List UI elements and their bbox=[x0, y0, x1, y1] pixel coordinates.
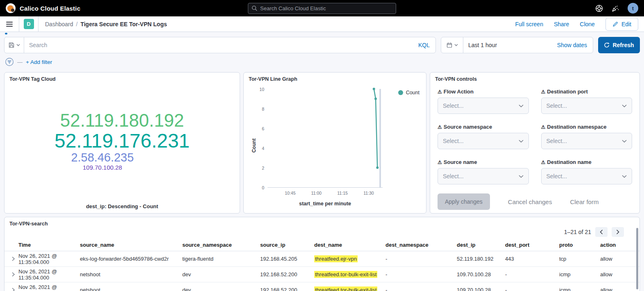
col-dest-name[interactable]: dest_name bbox=[314, 242, 385, 248]
pagination-count: 1–21 of 21 bbox=[564, 229, 591, 235]
col-dest-ip[interactable]: dest_ip bbox=[457, 242, 505, 248]
breadcrumb-dashboard[interactable]: Dashboard bbox=[45, 21, 73, 27]
warning-icon: ⚠ bbox=[438, 89, 442, 95]
app-title: Calico Cloud Elastic bbox=[20, 5, 80, 12]
cell-dest-name: threatfeed.ejr-vpn bbox=[314, 256, 385, 262]
destination-port-select[interactable]: Select... bbox=[541, 98, 633, 114]
cell-dest-name: threatfeed.tor-bulk-exit-list bbox=[314, 271, 385, 277]
count-line-series bbox=[268, 89, 383, 187]
time-range-value[interactable]: Last 1 hour bbox=[463, 42, 557, 48]
control-label: Destination name bbox=[547, 159, 591, 165]
tag-ip-1[interactable]: 52.119.180.192 bbox=[60, 111, 184, 130]
refresh-icon bbox=[604, 42, 610, 48]
next-page-button[interactable] bbox=[612, 227, 624, 237]
user-avatar[interactable]: t bbox=[628, 3, 638, 14]
global-search[interactable] bbox=[248, 3, 396, 14]
cell-dest-namespace: - bbox=[385, 287, 457, 291]
clear-form-button[interactable]: Clear form bbox=[570, 198, 599, 205]
cell-action: allow bbox=[600, 256, 639, 262]
saved-query-menu-button[interactable] bbox=[5, 37, 24, 53]
filter-menu-icon[interactable] bbox=[5, 57, 14, 66]
controls-panel: Tor-VPN controls ⚠Flow Action Select... … bbox=[430, 72, 640, 214]
chevron-down-icon bbox=[622, 175, 627, 178]
col-source-namespace[interactable]: source_namespace bbox=[182, 242, 260, 248]
control-destination-name: ⚠Destination name Select... bbox=[541, 159, 633, 184]
tag-ip-4[interactable]: 109.70.100.28 bbox=[83, 164, 122, 171]
nav-menu-button[interactable] bbox=[0, 16, 19, 32]
refresh-button[interactable]: Refresh bbox=[598, 37, 640, 53]
cell-source-ip: 192.168.52.200 bbox=[260, 287, 314, 291]
line-graph-panel: Tor-VPN Line Graph Count 10 8 6 4 2 0 10… bbox=[243, 72, 426, 214]
cell-source-namespace: tigera-fluentd bbox=[182, 256, 260, 262]
x-tick: 10:45 bbox=[285, 191, 295, 196]
expand-row-button[interactable] bbox=[8, 288, 18, 291]
time-picker-group: Last 1 hour Show dates bbox=[441, 37, 593, 53]
control-destination-namespace: ⚠Destination namespace Select... bbox=[541, 124, 633, 149]
chart-legend[interactable]: Count bbox=[398, 90, 420, 95]
x-tick: 11:15 bbox=[337, 191, 348, 196]
share-button[interactable]: Share bbox=[554, 21, 569, 27]
col-time[interactable]: Time bbox=[18, 242, 80, 248]
tag-ip-2[interactable]: 52.119.176.231 bbox=[54, 130, 190, 152]
newsfeed-icon[interactable] bbox=[611, 5, 619, 12]
control-source-namespace: ⚠Source namespace Select... bbox=[438, 124, 529, 149]
control-destination-port: ⚠Destination port Select... bbox=[541, 89, 633, 114]
destination-name-select[interactable]: Select... bbox=[541, 168, 633, 184]
chevron-down-icon bbox=[622, 140, 627, 143]
cell-proto: tcp bbox=[559, 256, 600, 262]
cell-dest-port: - bbox=[505, 271, 559, 277]
toolbar: D Dashboard / Tigera Secure EE Tor-VPN L… bbox=[0, 16, 644, 32]
source-namespace-select[interactable]: Select... bbox=[438, 133, 529, 149]
breadcrumb-separator: / bbox=[76, 21, 78, 27]
time-picker-menu-button[interactable] bbox=[441, 37, 463, 53]
help-icon[interactable] bbox=[595, 5, 603, 12]
warning-icon: ⚠ bbox=[541, 124, 546, 130]
col-dest-namespace[interactable]: dest_namespace bbox=[385, 242, 457, 248]
cancel-changes-button[interactable]: Cancel changes bbox=[508, 198, 552, 205]
dashboard-badge: D bbox=[24, 19, 34, 29]
prev-page-button[interactable] bbox=[595, 227, 608, 237]
query-input-group: KQL bbox=[4, 37, 436, 53]
chevron-down-icon bbox=[622, 105, 627, 107]
show-dates-button[interactable]: Show dates bbox=[557, 42, 593, 48]
cell-dest-namespace: - bbox=[385, 256, 457, 262]
cell-source-name: eks-log-forwarder-5bd4659786-cwd2r bbox=[80, 256, 182, 262]
edit-button[interactable]: Edit bbox=[605, 18, 638, 31]
chevron-left-icon bbox=[600, 230, 603, 234]
cell-source-namespace: dev bbox=[182, 271, 260, 277]
warning-icon: ⚠ bbox=[438, 124, 442, 130]
control-source-name: ⚠Source name Select... bbox=[438, 159, 529, 184]
chevron-down-icon bbox=[519, 175, 524, 178]
expand-row-button[interactable] bbox=[8, 257, 18, 261]
add-filter-button[interactable]: + Add filter bbox=[26, 59, 52, 65]
chevron-down-icon bbox=[519, 105, 524, 107]
global-search-input[interactable] bbox=[260, 5, 392, 11]
source-name-select[interactable]: Select... bbox=[438, 168, 529, 184]
full-screen-button[interactable]: Full screen bbox=[515, 21, 543, 27]
dashboard-app-badge[interactable]: D bbox=[19, 16, 39, 32]
legend-label: Count bbox=[406, 90, 420, 95]
control-label: Source name bbox=[444, 159, 477, 165]
kql-search-input[interactable] bbox=[24, 42, 413, 48]
chevron-down-icon bbox=[454, 44, 458, 46]
flow-action-select[interactable]: Select... bbox=[438, 98, 529, 114]
tag-ip-3[interactable]: 2.58.46.235 bbox=[71, 151, 134, 164]
expand-row-button[interactable] bbox=[8, 272, 18, 277]
cell-time: Nov 26, 2021 @ 11:35:04.000 bbox=[18, 253, 80, 265]
col-source-ip[interactable]: source_ip bbox=[260, 242, 314, 248]
col-dest-port[interactable]: dest_port bbox=[505, 242, 559, 248]
col-action[interactable]: action bbox=[600, 242, 639, 248]
select-placeholder: Select... bbox=[443, 138, 464, 144]
y-tick: 0 bbox=[254, 185, 264, 190]
apply-changes-button[interactable]: Apply changes bbox=[438, 193, 490, 210]
tag-cloud-panel: Tor-VPN Tag Cloud 52.119.180.192 52.119.… bbox=[4, 72, 240, 214]
chevron-right-icon bbox=[12, 272, 15, 277]
y-tick: 8 bbox=[254, 107, 264, 111]
clone-button[interactable]: Clone bbox=[580, 21, 595, 27]
col-proto[interactable]: proto bbox=[559, 242, 600, 248]
y-tick: 2 bbox=[254, 166, 264, 171]
destination-namespace-select[interactable]: Select... bbox=[541, 133, 633, 149]
col-source-name[interactable]: source_name bbox=[80, 242, 182, 248]
table-scrollbar[interactable] bbox=[636, 228, 638, 289]
kql-language-button[interactable]: KQL bbox=[413, 42, 435, 48]
